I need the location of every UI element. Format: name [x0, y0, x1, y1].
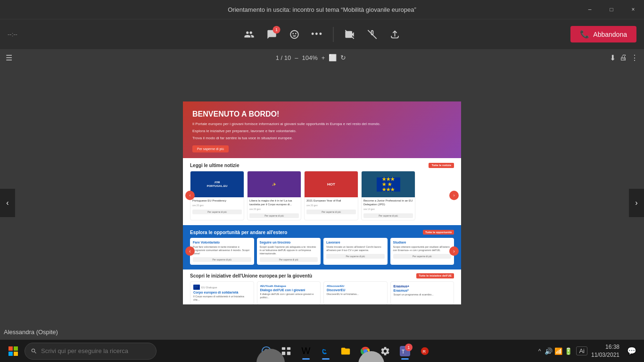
- mic-button[interactable]: [362, 24, 383, 45]
- toolbar-divider: [333, 27, 334, 42]
- web-hero-btn[interactable]: Per saperne di più: [192, 145, 229, 152]
- toolbar-center-icons: 1 •••: [239, 24, 405, 45]
- ai-label[interactable]: Ai: [576, 346, 587, 355]
- share-button[interactable]: [385, 24, 405, 45]
- more-button[interactable]: •••: [307, 24, 328, 45]
- taskbar-teams[interactable]: T 1: [396, 342, 414, 361]
- website-slide: BENVENUTO A BORDO! Il Portale europeo pe…: [183, 101, 461, 304]
- opp-cards-container: ‹ Fare Volontariato Puoi fare volontaria…: [190, 238, 454, 265]
- news-next-arrow[interactable]: ›: [449, 191, 459, 200]
- tray-icons: 🔊 📶 🔋: [545, 347, 572, 355]
- tray-expand-icon[interactable]: ^: [538, 348, 541, 354]
- init-cards-container: 🇪🇺 EU Dialogue Corpo europeo di solidari…: [190, 281, 454, 304]
- presentation-area: ☰ 1 / 10 – 104% + ⬜ ↻ ⬇ 🖨 ⋮ ‹ BENV: [0, 49, 644, 339]
- start-button[interactable]: [4, 342, 23, 361]
- svg-line-1: [368, 30, 376, 38]
- svg-rect-8: [282, 347, 285, 350]
- svg-rect-3: [14, 346, 18, 351]
- presentation-content: ‹ BENVENUTO A BORDO! Il Portale europeo …: [0, 66, 644, 339]
- taskbar: W T 1 R ^ 🔊 📶 🔋: [0, 339, 644, 362]
- system-clock[interactable]: 16:38 11/03/2021: [591, 343, 619, 359]
- window-controls: – □ ×: [579, 0, 644, 19]
- init-card-1: 🇪🇺 EU Dialogue Corpo europeo di solidari…: [190, 281, 254, 304]
- download-icon[interactable]: ⬇: [610, 53, 616, 62]
- battery-icon[interactable]: 🔋: [564, 347, 572, 355]
- taskbar-explorer[interactable]: [336, 342, 355, 361]
- svg-rect-9: [287, 347, 290, 350]
- opp-prev-arrow[interactable]: ‹: [185, 246, 195, 256]
- abandon-button[interactable]: 📞 Abbandona: [570, 26, 636, 42]
- news-cards-container: ‹ JOBPORTUGAL.EU Portuguese EU Presidenc…: [190, 171, 454, 220]
- refresh-icon[interactable]: ↻: [340, 54, 346, 61]
- taskbar-word[interactable]: W: [297, 342, 315, 361]
- web-opp-section: Esplora le opportunità per andare all'es…: [183, 225, 461, 269]
- opp-next-arrow[interactable]: ›: [449, 246, 459, 256]
- presentation-toolbar: ☰ 1 / 10 – 104% + ⬜ ↻ ⬇ 🖨 ⋮: [0, 49, 644, 66]
- web-news-section: Leggi le ultime notizie Tutte le notizie…: [183, 158, 461, 225]
- svg-text:T: T: [402, 348, 405, 354]
- zoom-plus[interactable]: +: [322, 54, 325, 61]
- fit-icon[interactable]: ⬜: [329, 54, 337, 61]
- web-hero-p3: Trova il modo di far sentire la tua voce…: [192, 135, 452, 141]
- web-hero-p2: Esplora le iniziative per preparare, lav…: [192, 128, 452, 134]
- main-area: ☰ 1 / 10 – 104% + ⬜ ↻ ⬇ 🖨 ⋮ ‹ BENV: [0, 49, 644, 339]
- timer-display: --:--: [8, 31, 17, 38]
- page-info: 1 / 10: [276, 54, 291, 61]
- system-tray: ^ 🔊 📶 🔋 Ai 16:38 11/03/2021 💬: [538, 343, 640, 360]
- web-news-title: Leggi le ultime notizie Tutte le notizie: [190, 163, 454, 168]
- web-init-title: Scopri le iniziative dell'Unione europea…: [190, 273, 454, 278]
- opp-card-2: Seguire un tirocinio Scopri qualè l'opzi…: [257, 238, 321, 265]
- minimize-button[interactable]: –: [579, 0, 601, 19]
- pres-nav-center: 1 / 10 – 104% + ⬜ ↻: [20, 54, 602, 61]
- search-input[interactable]: [41, 347, 150, 354]
- svg-rect-11: [287, 351, 290, 354]
- zoom-minus[interactable]: –: [295, 54, 298, 61]
- taskbar-search[interactable]: [25, 343, 157, 360]
- svg-rect-10: [282, 351, 285, 354]
- web-hero: BENVENUTO A BORDO! Il Portale europeo pe…: [183, 101, 461, 159]
- meeting-toolbar: --:-- 1 ••• 📞 Abbandona: [0, 19, 644, 49]
- speaker-icon[interactable]: 🔊: [545, 347, 553, 355]
- pres-prev-button[interactable]: ‹: [0, 189, 15, 217]
- svg-rect-5: [14, 352, 18, 356]
- notification-button[interactable]: 💬: [623, 343, 640, 360]
- reactions-button[interactable]: [284, 24, 305, 45]
- web-hero-p1: Il Portale europeo per i giovani fornisc…: [192, 121, 452, 126]
- clock-time: 16:38: [591, 343, 619, 351]
- menu-icon[interactable]: ☰: [6, 53, 12, 62]
- init-card-3: #DiscoverEU DiscoverEU DiscoverEU è un'i…: [323, 281, 388, 304]
- toolbar-right: 📞 Abbandona: [570, 26, 636, 42]
- init-card-2: #EUYouth Dialogue Dialogo dell'UE con i …: [257, 281, 321, 304]
- camera-button[interactable]: [339, 24, 360, 45]
- phone-icon: 📞: [580, 30, 589, 39]
- pres-next-button[interactable]: ›: [629, 189, 644, 217]
- taskbar-edge[interactable]: [316, 342, 335, 361]
- taskbar-other1[interactable]: R: [415, 342, 434, 361]
- print-icon[interactable]: 🖨: [619, 53, 627, 62]
- close-button[interactable]: ×: [622, 0, 644, 19]
- svg-rect-4: [8, 352, 13, 356]
- news-card-2: ✨ Libera la magia che è in te! La tua ta…: [247, 171, 301, 220]
- news-card-4: ★★★★ ★★★★ Become a Junior Professional i…: [361, 171, 415, 220]
- chat-badge: 1: [273, 26, 281, 34]
- opp-card-3: Lavorare Vivete trovate un lavoro all'es…: [323, 238, 388, 265]
- title-bar: Orientamento in uscita: incontro sul tem…: [0, 0, 644, 19]
- web-opp-title: Esplora le opportunità per andare all'es…: [190, 230, 454, 235]
- network-icon[interactable]: 📶: [554, 347, 562, 355]
- web-hero-title: BENVENUTO A BORDO!: [192, 110, 452, 118]
- news-card-3: HOT 2021 European Year of Rail ore 20 ge…: [304, 171, 358, 220]
- presenter-label: Alessandra (Ospite): [4, 328, 58, 336]
- web-init-section: Scopri le iniziative dell'Unione europea…: [183, 269, 461, 304]
- news-prev-arrow[interactable]: ‹: [185, 191, 195, 200]
- maximize-button[interactable]: □: [601, 0, 622, 19]
- init-card-4: Erasmus+ Erasmus* Scopri un programma di…: [390, 281, 454, 304]
- news-card-1: JOBPORTUGAL.EU Portuguese EU Presidency …: [190, 171, 244, 220]
- pres-toolbar-right: ⬇ 🖨 ⋮: [610, 53, 638, 62]
- window-title: Orientamento in uscita: incontro sul tem…: [228, 6, 416, 13]
- teams-badge: 1: [405, 344, 413, 351]
- clock-date: 11/03/2021: [591, 351, 619, 359]
- participants-button[interactable]: [239, 24, 260, 45]
- more-pres-icon[interactable]: ⋮: [631, 53, 638, 62]
- opp-card-4: Studiare Scopo ottenere opportunità per …: [390, 238, 454, 265]
- chat-button[interactable]: 1: [262, 24, 282, 45]
